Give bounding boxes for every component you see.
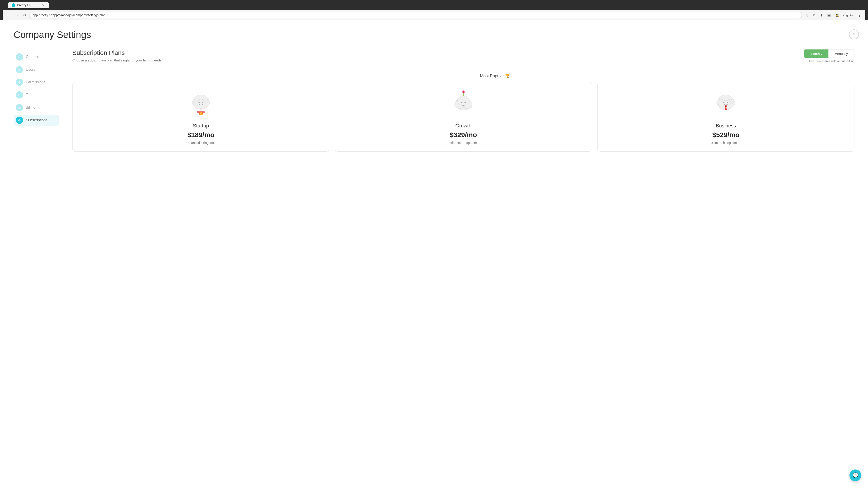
sidebar-label-general: General [26,55,39,59]
sidebar-label-permissions: Permissions [26,80,45,84]
sidebar-item-users[interactable]: ⊙ Users [13,64,59,75]
browser-tabs: ‹ Breezy HR ✕ + [3,2,865,8]
section-subtitle: Choose a subscription plan that's right … [72,58,162,62]
svg-point-13 [458,96,469,105]
billing-buttons: Monthly Annually [804,49,855,58]
sidebar-label-billing: Billing [26,105,35,109]
address-bar[interactable]: app.breezy.hr/app/c/moodjoy/company/sett… [29,12,802,18]
sidebar-item-general[interactable]: ⊙ General [13,52,59,62]
svg-point-28 [727,102,728,103]
general-icon: ⊙ [16,53,23,61]
close-icon: × [852,32,855,37]
sidebar-item-teams[interactable]: ⊙ Teams [13,90,59,100]
plans-grid: $ Startup $189/mo Enhanced hiring tools [72,82,855,152]
sidebar-label-users: Users [26,68,35,72]
page-content: Company Settings × ⊙ General ⊙ Users ⊙ P… [0,20,868,488]
svg-point-27 [723,102,725,103]
billing-icon: ⊙ [16,104,23,111]
growth-mascot [450,89,477,119]
svg-text:$: $ [200,113,202,115]
download-button[interactable]: ⬇ [818,12,824,18]
growth-plan-price: $329/mo [450,131,477,139]
teams-icon: ⊙ [16,91,23,98]
business-plan-name: Business [716,123,736,129]
sidebar-label-subscriptions: Subscriptions [26,118,48,122]
incognito-label: Incognito [841,13,852,17]
sidebar-item-subscriptions[interactable]: ⊙ Subscriptions [13,115,59,126]
tab-back-nav[interactable]: ‹ [3,2,7,8]
svg-point-21 [462,92,463,93]
address-text: app.breezy.hr/app/c/moodjoy/company/sett… [33,13,799,17]
forward-button[interactable]: → [13,12,20,18]
growth-plan-name: Growth [456,123,471,129]
chat-button[interactable]: 💬 [849,469,861,481]
users-icon: ⊙ [16,66,23,73]
plan-card-growth[interactable]: Growth $329/mo Hire better together [335,82,592,152]
chat-icon: 💬 [852,473,859,478]
layout-button[interactable]: ▣ [826,12,832,18]
menu-button[interactable]: ⋮ [856,12,863,18]
business-plan-tagline: Ultimate hiring control [711,141,741,144]
incognito-button[interactable]: 🕵 Incognito [834,13,855,18]
main-layout: ⊙ General ⊙ Users ⊙ Permissions ⊙ Teams … [13,49,855,152]
business-plan-price: $529/mo [712,131,739,139]
section-header: Subscription Plans Choose a subscription… [72,49,162,62]
billing-toggle-area: Monthly Annually Two months free with an… [804,49,855,63]
svg-point-15 [465,102,466,103]
close-button[interactable]: × [849,29,859,39]
business-mascot [712,89,739,119]
incognito-icon: 🕵 [836,13,839,17]
monthly-billing-button[interactable]: Monthly [804,50,829,58]
extensions-button[interactable]: ⧉ [811,12,817,18]
svg-point-3 [193,100,208,109]
sidebar-item-billing[interactable]: ⊙ Billing [13,102,59,113]
growth-plan-tagline: Hire better together [450,141,477,144]
startup-mascot: $ [187,89,215,119]
active-tab: Breezy HR ✕ [8,2,49,8]
reload-button[interactable]: ↻ [22,12,27,18]
tab-title: Breezy HR [17,3,40,7]
tab-favicon [12,3,16,7]
plan-card-business[interactable]: Business $529/mo Ultimate hiring control [597,82,855,152]
svg-point-14 [461,102,463,103]
section-title: Subscription Plans [72,49,162,57]
page-title: Company Settings [13,29,855,40]
back-button[interactable]: ← [5,12,12,18]
billing-note: Two months free with annual billing [809,59,855,63]
sidebar: ⊙ General ⊙ Users ⊙ Permissions ⊙ Teams … [13,49,59,152]
svg-point-18 [463,90,464,92]
most-popular-badge: Most Popular 🏆 [135,73,855,78]
permissions-icon: ⊙ [16,78,23,86]
svg-point-4 [198,102,200,103]
subscriptions-icon: ⊙ [16,117,23,124]
browser-chrome: ‹ Breezy HR ✕ + ← → ↻ app.breezy.hr/app/… [0,0,868,20]
svg-point-5 [202,102,204,103]
sidebar-label-teams: Teams [26,93,36,97]
startup-plan-tagline: Enhanced hiring tools [186,141,216,144]
annually-billing-button[interactable]: Annually [829,50,854,58]
svg-point-22 [464,92,465,93]
tab-close-button[interactable]: ✕ [41,4,45,7]
main-area: Subscription Plans Choose a subscription… [72,49,855,152]
browser-toolbar: ← → ↻ app.breezy.hr/app/c/moodjoy/compan… [3,10,865,20]
startup-plan-name: Startup [193,123,209,129]
startup-plan-price: $189/mo [187,131,215,139]
new-tab-button[interactable]: + [50,2,56,8]
bookmark-button[interactable]: ☆ [804,12,810,18]
sidebar-item-permissions[interactable]: ⊙ Permissions [13,77,59,88]
plan-card-startup[interactable]: $ Startup $189/mo Enhanced hiring tools [72,82,329,152]
svg-rect-30 [725,105,727,107]
